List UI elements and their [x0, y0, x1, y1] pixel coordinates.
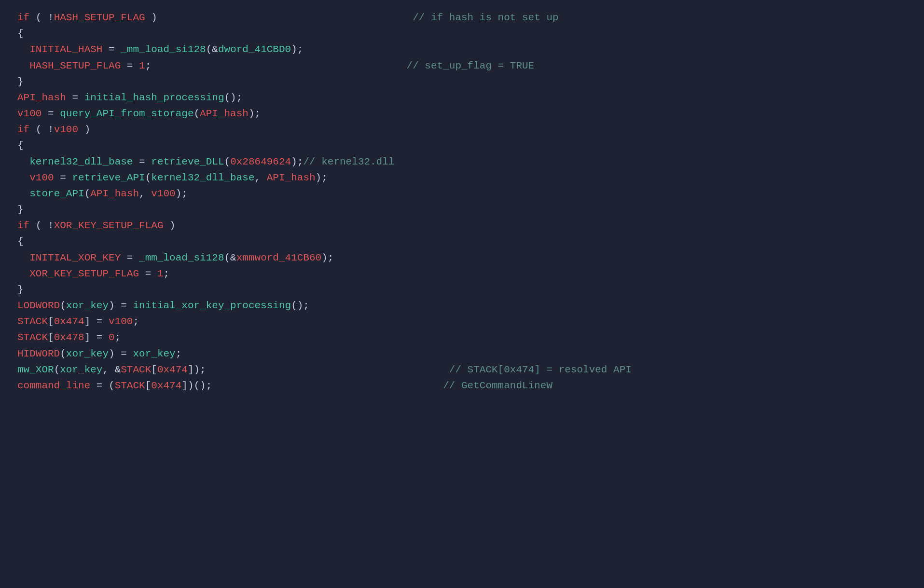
code-block: if ( !HASH_SETUP_FLAG ) // if hash is no… [0, 0, 924, 588]
code-line: } [17, 284, 24, 295]
code-line: HIDWORD(xor_key) = xor_key; [17, 348, 181, 359]
code-line: } [17, 76, 24, 87]
code-line: INITIAL_XOR_KEY = _mm_load_si128(&xmmwor… [17, 252, 333, 263]
code-line: { [17, 28, 24, 39]
code-line: if ( !HASH_SETUP_FLAG ) // if hash is no… [17, 12, 559, 23]
code-line: { [17, 236, 24, 247]
code-line: XOR_KEY_SETUP_FLAG = 1; [17, 268, 169, 279]
code-line: if ( !XOR_KEY_SETUP_FLAG ) [17, 220, 176, 231]
code-line: v100 = retrieve_API(kernel32_dll_base, A… [17, 172, 328, 183]
code-line: store_API(API_hash, v100); [17, 188, 188, 199]
code-line: HASH_SETUP_FLAG = 1; // set_up_flag = TR… [17, 60, 534, 71]
code-line: } [17, 204, 24, 215]
code-line: LODWORD(xor_key) = initial_xor_key_proce… [17, 300, 309, 311]
code-line: STACK[0x478] = 0; [17, 332, 121, 343]
code-line: command_line = (STACK[0x474])(); // GetC… [17, 380, 552, 391]
code-line: kernel32_dll_base = retrieve_DLL(0x28649… [17, 156, 394, 167]
code-line: INITIAL_HASH = _mm_load_si128(&dword_41C… [17, 44, 303, 55]
code-line: v100 = query_API_from_storage(API_hash); [17, 108, 261, 119]
code-line: API_hash = initial_hash_processing(); [17, 92, 242, 103]
code-line: { [17, 140, 24, 151]
code-line: STACK[0x474] = v100; [17, 316, 139, 327]
code-line: mw_XOR(xor_key, &STACK[0x474]); // STACK… [17, 364, 632, 375]
code-line: if ( !v100 ) [17, 124, 90, 135]
